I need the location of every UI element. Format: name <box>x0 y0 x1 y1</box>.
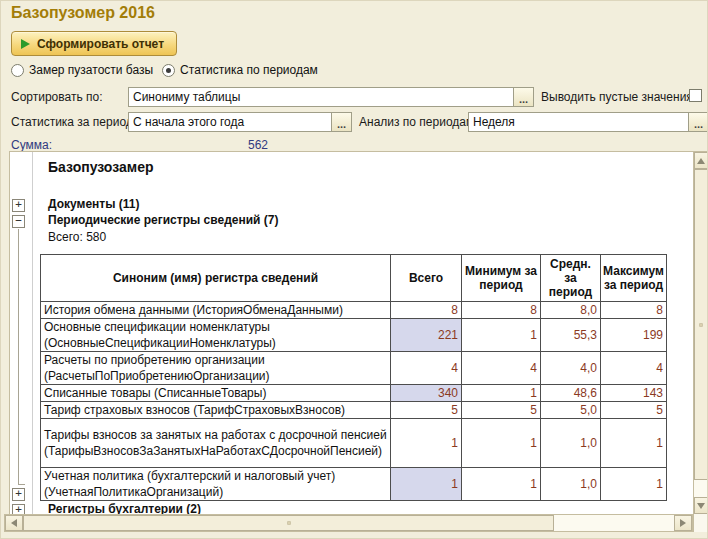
register-name-cell[interactable]: Учетная политика (бухгалтерский и налого… <box>41 468 391 501</box>
radio-option-base-measure[interactable]: Замер пузатости базы <box>11 63 153 77</box>
group-accounting-registers[interactable]: Регистры бухгалтерии (2) <box>48 502 201 514</box>
sort-by-label: Сортировать по: <box>11 90 103 104</box>
avg-cell[interactable]: 8,0 <box>541 302 601 319</box>
analysis-picker-button[interactable]: ... <box>688 112 708 132</box>
expand-icon[interactable]: + <box>12 488 25 501</box>
arrow-down-icon <box>697 503 705 509</box>
min-cell[interactable]: 1 <box>462 319 541 352</box>
total-cell[interactable]: 1 <box>391 468 462 501</box>
register-name-cell[interactable]: Тариф страховых взносов (ТарифСтраховыхВ… <box>41 402 391 419</box>
vertical-scrollbar[interactable] <box>693 151 708 532</box>
report-form-window: Базопузомер 2016 Сформировать отчет Заме… <box>0 0 708 539</box>
report-content-area: + − + + Базопузозамер Документы (11) Пер… <box>9 151 693 514</box>
column-header-name: Синоним (имя) регистра сведений <box>41 255 391 302</box>
generate-report-label: Сформировать отчет <box>37 37 164 51</box>
table-row: Расчеты по приобретению организации (Рас… <box>41 352 667 385</box>
registers-stats-table: Синоним (имя) регистра сведений Всего Ми… <box>40 254 667 501</box>
group-tree-corner <box>18 484 25 485</box>
min-cell[interactable]: 5 <box>462 402 541 419</box>
min-cell[interactable]: 1 <box>462 419 541 468</box>
register-name-cell[interactable]: Расчеты по приобретению организации (Рас… <box>41 352 391 385</box>
column-header-max: Максимум за период <box>601 255 667 302</box>
analysis-label: Анализ по периодам: <box>359 115 478 129</box>
column-header-total: Всего <box>391 255 462 302</box>
horizontal-scroll-thumb[interactable] <box>23 515 554 531</box>
total-cell[interactable]: 221 <box>391 319 462 352</box>
arrow-right-icon <box>680 519 686 527</box>
thumb-grip-icon <box>699 323 703 327</box>
group-documents[interactable]: Документы (11) <box>48 197 139 211</box>
radio-selected-icon[interactable] <box>162 64 175 77</box>
register-name-cell[interactable]: Основные спецификации номенклатуры (Осно… <box>41 319 391 352</box>
register-name-cell[interactable]: Списанные товары (СписанныеТовары) <box>41 385 391 402</box>
table-row: Тариф страховых взносов (ТарифСтраховыхВ… <box>41 402 667 419</box>
vertical-scroll-thumb[interactable] <box>694 169 708 480</box>
table-row: Учетная политика (бухгалтерский и налого… <box>41 468 667 501</box>
total-cell[interactable]: 8 <box>391 302 462 319</box>
max-cell[interactable]: 4 <box>601 352 667 385</box>
total-cell[interactable]: 340 <box>391 385 462 402</box>
radio-icon[interactable] <box>11 64 24 77</box>
period-label: Статистика за период: <box>11 115 136 129</box>
min-cell[interactable]: 1 <box>462 468 541 501</box>
avg-cell[interactable]: 1,0 <box>541 419 601 468</box>
report-title: Базопузозамер <box>48 159 153 175</box>
arrow-left-icon <box>11 519 17 527</box>
sum-label: Сумма: <box>11 138 52 152</box>
empty-values-label: Выводить пустые значения: <box>541 90 696 104</box>
radio-label: Замер пузатости базы <box>29 63 153 77</box>
horizontal-scrollbar[interactable] <box>4 514 693 532</box>
scroll-left-button[interactable] <box>5 515 23 531</box>
max-cell[interactable]: 1 <box>601 468 667 501</box>
total-cell[interactable]: 4 <box>391 352 462 385</box>
max-cell[interactable]: 1 <box>601 419 667 468</box>
max-cell[interactable]: 143 <box>601 385 667 402</box>
table-row: История обмена данными (ИсторияОбменаДан… <box>41 302 667 319</box>
max-cell[interactable]: 5 <box>601 402 667 419</box>
group-periodic-registers[interactable]: Периодические регистры сведений (7) <box>48 213 278 227</box>
column-header-min: Минимум за период <box>462 255 541 302</box>
total-cell[interactable]: 1 <box>391 419 462 468</box>
expand-icon[interactable]: + <box>12 504 25 514</box>
expand-icon[interactable]: + <box>12 199 25 212</box>
sort-by-picker-button[interactable]: ... <box>513 87 534 107</box>
scroll-right-button[interactable] <box>674 515 692 531</box>
arrow-up-icon <box>697 158 705 164</box>
min-cell[interactable]: 8 <box>462 302 541 319</box>
analysis-input[interactable]: Неделя <box>468 112 689 132</box>
empty-values-checkbox[interactable] <box>689 89 702 102</box>
scrollbar-corner <box>694 514 708 532</box>
scroll-up-button[interactable] <box>694 152 708 169</box>
period-picker-button[interactable]: ... <box>331 112 352 132</box>
avg-cell[interactable]: 4,0 <box>541 352 601 385</box>
radio-option-period-stats[interactable]: Статистика по периодам <box>162 63 318 77</box>
avg-cell[interactable]: 1,0 <box>541 468 601 501</box>
total-cell[interactable]: 5 <box>391 402 462 419</box>
group-total: Всего: 580 <box>48 230 106 244</box>
min-cell[interactable]: 1 <box>462 385 541 402</box>
register-name-cell[interactable]: Тарифы взносов за занятых на работах с д… <box>41 419 391 468</box>
avg-cell[interactable]: 5,0 <box>541 402 601 419</box>
scroll-down-button[interactable] <box>694 497 708 514</box>
avg-cell[interactable]: 48,6 <box>541 385 601 402</box>
table-row: Основные спецификации номенклатуры (Осно… <box>41 319 667 352</box>
generate-report-button[interactable]: Сформировать отчет <box>11 31 177 56</box>
avg-cell[interactable]: 55,3 <box>541 319 601 352</box>
thumb-grip-icon <box>287 521 291 525</box>
play-icon <box>21 39 30 49</box>
page-title: Базопузомер 2016 <box>11 4 155 22</box>
period-input[interactable]: С начала этого года <box>128 112 332 132</box>
register-name-cell[interactable]: История обмена данными (ИсторияОбменаДан… <box>41 302 391 319</box>
max-cell[interactable]: 8 <box>601 302 667 319</box>
report-spreadsheet: + − + + Базопузозамер Документы (11) Пер… <box>4 151 708 532</box>
collapse-icon[interactable]: − <box>12 215 25 228</box>
column-header-avg: Средн. за период <box>541 255 601 302</box>
max-cell[interactable]: 199 <box>601 319 667 352</box>
grouping-margin-divider <box>32 152 33 514</box>
min-cell[interactable]: 4 <box>462 352 541 385</box>
table-row: Списанные товары (СписанныеТовары) 340 1… <box>41 385 667 402</box>
mode-radio-group: Замер пузатости базы Статистика по перио… <box>11 63 318 77</box>
table-header-row: Синоним (имя) регистра сведений Всего Ми… <box>41 255 667 302</box>
sort-by-input[interactable]: Синониму таблицы <box>128 87 514 107</box>
radio-label: Статистика по периодам <box>180 63 318 77</box>
